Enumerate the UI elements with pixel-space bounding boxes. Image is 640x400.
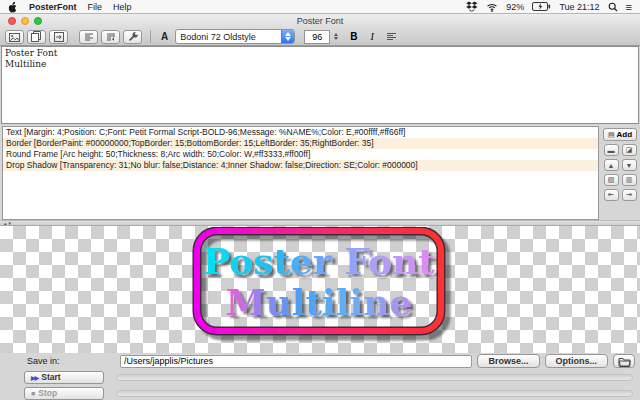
text-editor[interactable]: Poster Font Multiline [1,46,639,124]
menu-help[interactable]: Help [113,2,132,12]
save-bar: Save in: Browse... Options... [0,353,640,369]
menu-app-name[interactable]: PosterFont [29,2,77,12]
styles-zone: Text [Margin: 4;Position: C;Font: Petit … [0,124,640,220]
poster-text-line2: Multiline [226,281,412,323]
minimize-button[interactable] [21,17,29,25]
font-size-input[interactable] [304,30,330,44]
toolbar: A Bodoni 72 Oldstyle B I [0,28,640,45]
image-icon [8,31,21,43]
move-up-button[interactable]: ▲ [604,159,619,171]
paste-icon: ▥ [626,176,633,184]
remove-style-button[interactable]: ▬ [604,144,619,156]
remove-icon: ▬ [608,147,615,154]
list-actions-panel: ▤ Add ▬ ◪ ▲ ▼ ▧ ▥ ⇤ ⇥ [602,126,638,220]
divider-collapse-icon[interactable]: ▴ [4,221,7,225]
save-path-input[interactable] [120,355,472,368]
export-list-icon: ⇥ [626,191,632,199]
divider-expand-icon[interactable]: ▾ [9,221,12,225]
alignment-button[interactable] [382,30,401,44]
notification-center-icon[interactable]: ≡ [626,2,632,12]
poster-text-line1: Poster Font [203,240,435,282]
menu-file[interactable]: File [88,2,103,12]
style-row-drop-shadow[interactable]: Drop Shadow [Transparency: 31;No blur: f… [3,160,598,171]
close-button[interactable] [8,17,16,25]
styles-list: Text [Margin: 4;Position: C;Font: Petit … [2,126,599,220]
export-icon [53,31,65,43]
align-left-icon [83,31,95,43]
add-style-button[interactable]: ▤ Add [603,128,637,141]
align-left-button[interactable] [79,30,98,44]
start-label: Start [41,372,60,382]
text-wrap-icon [105,31,117,43]
save-in-label: Save in: [27,356,115,366]
open-folder-button[interactable] [613,354,635,368]
duplicate-button[interactable] [27,30,46,44]
duplicate-icon [30,30,43,43]
poster-preview: Poster Font Multiline [188,227,452,345]
battery-icon[interactable] [532,2,551,11]
apple-menu-icon[interactable] [8,1,18,13]
editor-line: Multiline [5,59,635,70]
wrench-icon [127,31,139,43]
font-size-stepper[interactable] [334,33,338,40]
start-row: ▶▶ Start [0,369,640,385]
stop-icon: ■ [31,390,35,397]
image-button[interactable] [5,30,24,44]
editor-line: Poster Font [5,48,635,59]
font-select[interactable]: Bodoni 72 Oldstyle [175,29,295,44]
export-styles-button[interactable]: ⇥ [622,189,637,201]
export-button[interactable] [49,30,68,44]
font-label: A [161,31,168,42]
import-icon: ⇤ [608,191,614,199]
add-label: Add [617,130,633,139]
dropbox-icon[interactable] [466,1,478,12]
arrow-down-icon: ▼ [626,162,633,169]
folder-icon [618,356,631,367]
menu-clock[interactable]: Tue 21:12 [559,2,599,12]
move-down-button[interactable]: ▼ [622,159,637,171]
copy-icon: ▧ [608,176,615,184]
paste-style-button[interactable]: ▥ [622,174,637,186]
save-progress-bar [116,390,633,397]
font-select-stepper[interactable] [281,30,294,43]
stop-button[interactable]: ■ Stop [24,387,104,400]
stop-label: Stop [38,388,57,398]
browse-button[interactable]: Browse... [477,354,539,368]
import-styles-button[interactable]: ⇤ [604,189,619,201]
wifi-icon[interactable] [486,2,498,12]
start-button[interactable]: ▶▶ Start [24,371,104,384]
battery-percent: 92% [506,2,524,12]
window-title: Poster Font [0,14,640,28]
add-icon: ▤ [608,131,615,139]
preview-canvas: Poster Font Multiline [0,226,640,353]
text-wrap-button[interactable] [101,30,120,44]
window-chrome: Poster Font A Bodoni 72 Oldstyle B I [0,14,640,46]
copy-style-button[interactable]: ▧ [604,174,619,186]
style-row-text[interactable]: Text [Margin: 4;Position: C;Font: Petit … [3,127,598,138]
bold-button[interactable]: B [345,31,362,42]
edit-style-button[interactable]: ◪ [622,144,637,156]
toolbar-separator [150,30,151,43]
alignment-icon [386,32,397,42]
style-row-round-frame[interactable]: Round Frame [Arc height: 50;Thickness: 8… [3,149,598,160]
spotlight-search-icon[interactable] [608,2,618,12]
font-name-value: Bodoni 72 Oldstyle [176,32,256,42]
menu-bar: PosterFont File Help 92% Tue 21:12 ≡ [0,0,640,14]
arrow-up-icon: ▲ [608,162,615,169]
edit-icon: ◪ [626,146,633,154]
italic-button[interactable]: I [365,31,378,42]
start-icon: ▶▶ [31,374,38,381]
options-button[interactable]: Options... [545,354,609,368]
title-bar: Poster Font [0,14,640,28]
style-row-border[interactable]: Border [BorderPaint: #00000000;TopBorder… [3,138,598,149]
stop-row: ■ Stop [0,385,640,400]
zoom-button[interactable] [34,17,42,25]
tools-button[interactable] [123,30,142,44]
generation-progress-bar [116,374,633,381]
